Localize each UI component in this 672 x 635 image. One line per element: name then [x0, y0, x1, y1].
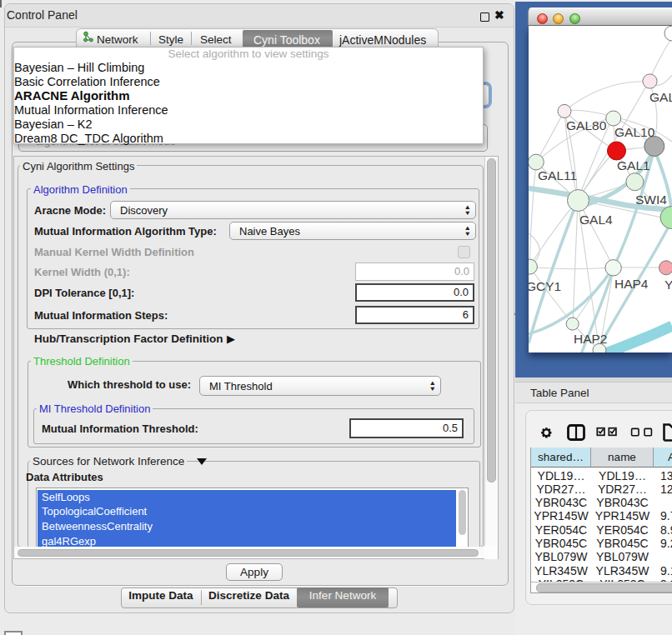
- svg-text:SWI4: SWI4: [635, 192, 667, 207]
- svg-text:GCY1: GCY1: [529, 279, 561, 293]
- svg-text:HAP4: HAP4: [614, 277, 649, 291]
- svg-text:GAL80: GAL80: [566, 118, 607, 132]
- svg-text:GAL1: GAL1: [617, 158, 650, 172]
- svg-text:GAL4: GAL4: [579, 212, 613, 227]
- svg-text:YL: YL: [664, 278, 672, 292]
- svg-text:GAL10: GAL10: [614, 125, 655, 139]
- svg-text:GAL11: GAL11: [538, 168, 577, 182]
- svg-text:HAP2: HAP2: [574, 332, 608, 346]
- svg-text:GAL7: GAL7: [649, 90, 672, 104]
